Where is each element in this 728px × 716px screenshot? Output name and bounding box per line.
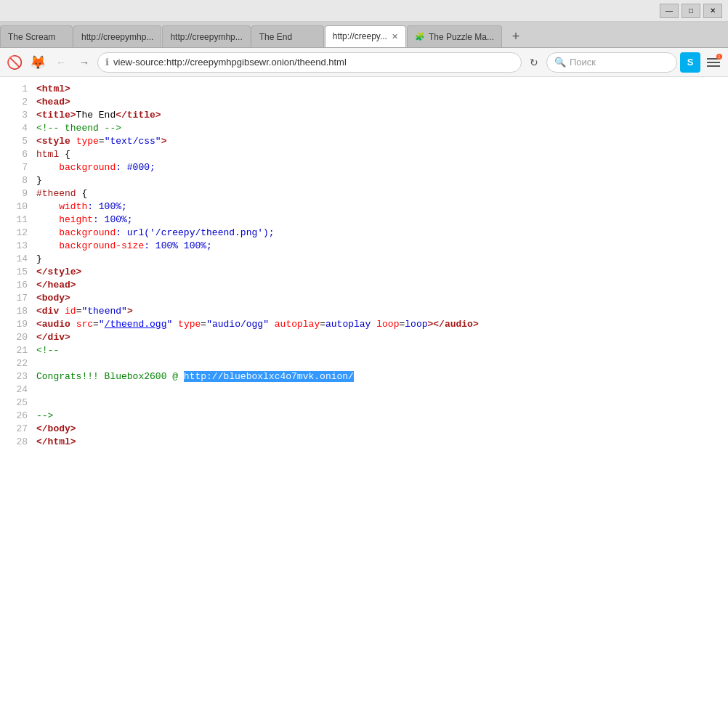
reload-button[interactable]: ↻ xyxy=(525,53,543,72)
tab-the-scream[interactable]: The Scream xyxy=(0,25,73,47)
line-text: background-size: 100% 100%; xyxy=(36,240,722,253)
search-bar[interactable]: 🔍 Поиск xyxy=(546,52,677,73)
line-number: 7 xyxy=(6,161,28,174)
source-line: 20</div> xyxy=(0,331,728,344)
tab-puzzle-ma[interactable]: 🧩 The Puzzle Ma... xyxy=(407,25,502,47)
line-number: 3 xyxy=(6,109,28,122)
line-text: <audio src="/theend.ogg" type="audio/ogg… xyxy=(36,318,722,331)
forward-button[interactable]: → xyxy=(74,52,94,73)
source-line: 28</html> xyxy=(0,436,728,449)
source-line: 22 xyxy=(0,357,728,370)
tab-label: http://creepymhp... xyxy=(81,32,153,42)
source-line: 24 xyxy=(0,383,728,396)
source-line: 16</head> xyxy=(0,279,728,292)
source-line: 26--> xyxy=(0,410,728,423)
source-line: 15</style> xyxy=(0,266,728,279)
source-line: 13 background-size: 100% 100%; xyxy=(0,240,728,253)
new-tab-button[interactable]: + xyxy=(506,28,526,45)
tab-label: The Puzzle Ma... xyxy=(429,32,494,42)
info-icon: ℹ xyxy=(105,57,109,68)
source-line: 19<audio src="/theend.ogg" type="audio/o… xyxy=(0,318,728,331)
line-number: 23 xyxy=(6,370,28,383)
line-number: 28 xyxy=(6,436,28,449)
line-text: #theend { xyxy=(36,187,722,200)
line-number: 11 xyxy=(6,213,28,227)
source-line: 8} xyxy=(0,174,728,187)
address-text: view-source:http://creepymhpgibsewr.onio… xyxy=(113,57,514,68)
line-text: height: 100%; xyxy=(36,213,722,227)
tab-favicon: 🧩 xyxy=(415,32,425,41)
tab-close-icon[interactable]: ✕ xyxy=(392,32,398,41)
line-text: </html> xyxy=(36,436,722,449)
line-number: 26 xyxy=(6,410,28,423)
close-button[interactable]: ✕ xyxy=(703,4,722,18)
line-text: background: url('/creepy/theend.png'); xyxy=(36,227,722,240)
menu-button[interactable]: 1 xyxy=(703,52,724,73)
line-number: 21 xyxy=(6,344,28,357)
source-line: 25 xyxy=(0,396,728,410)
line-number: 1 xyxy=(6,83,28,96)
line-text: } xyxy=(36,174,722,187)
source-line: 17<body> xyxy=(0,292,728,305)
tab-bar: The Scream http://creepymhp... http://cr… xyxy=(0,22,728,48)
tab-label: The End xyxy=(259,32,292,42)
line-number: 12 xyxy=(6,227,28,240)
line-text: Congrats!!! Bluebox2600 @ http://bluebox… xyxy=(36,370,722,383)
source-line: 3<title>The End</title> xyxy=(0,109,728,122)
line-text: </style> xyxy=(36,266,722,279)
line-number: 5 xyxy=(6,135,28,148)
minimize-button[interactable]: — xyxy=(660,4,679,18)
line-text: --> xyxy=(36,410,722,423)
line-number: 22 xyxy=(6,357,28,370)
line-number: 20 xyxy=(6,331,28,344)
tab-creepy-1[interactable]: http://creepymhp... xyxy=(73,25,161,47)
source-line: 10 width: 100%; xyxy=(0,200,728,213)
line-number: 4 xyxy=(6,122,28,135)
source-line: 5<style type="text/css"> xyxy=(0,135,728,148)
line-number: 6 xyxy=(6,148,28,161)
line-text: background: #000; xyxy=(36,161,722,174)
line-number: 8 xyxy=(6,174,28,187)
line-text: </body> xyxy=(36,423,722,436)
line-text: <div id="theend"> xyxy=(36,305,722,318)
source-line: 11 height: 100%; xyxy=(0,213,728,227)
no-entry-icon[interactable]: 🚫 xyxy=(4,52,25,73)
line-text: <!-- xyxy=(36,344,722,357)
highlighted-link[interactable]: http://blueboxlxc4o7mvk.onion/ xyxy=(184,371,354,382)
line-number: 14 xyxy=(6,253,28,266)
line-text: <html> xyxy=(36,83,722,96)
line-text: </div> xyxy=(36,331,722,344)
source-line: 4<!-- theend --> xyxy=(0,122,728,135)
maximize-button[interactable]: □ xyxy=(682,4,700,18)
menu-line-2 xyxy=(707,62,720,63)
tab-creepy-active[interactable]: http://creepy... ✕ xyxy=(325,25,406,47)
extensions-icon[interactable]: 🦊 xyxy=(28,52,48,73)
line-number: 10 xyxy=(6,200,28,213)
line-number: 2 xyxy=(6,96,28,109)
line-text: html { xyxy=(36,148,722,161)
title-bar: — □ ✕ xyxy=(0,0,728,22)
line-text: <title>The End</title> xyxy=(36,109,722,122)
line-text: <body> xyxy=(36,292,722,305)
source-line: 6html { xyxy=(0,148,728,161)
source-line: 27</body> xyxy=(0,423,728,436)
line-text: </head> xyxy=(36,279,722,292)
line-number: 15 xyxy=(6,266,28,279)
back-button[interactable]: ← xyxy=(51,52,71,73)
address-bar[interactable]: ℹ view-source:http://creepymhpgibsewr.on… xyxy=(97,52,522,73)
skype-button[interactable]: S xyxy=(680,52,700,73)
line-text: <head> xyxy=(36,96,722,109)
source-line: 1<html> xyxy=(0,83,728,96)
menu-notification-badge: 1 xyxy=(716,54,722,60)
tab-label: http://creepymhp... xyxy=(170,32,242,42)
source-line: 9#theend { xyxy=(0,187,728,200)
line-text: width: 100%; xyxy=(36,200,722,213)
line-number: 16 xyxy=(6,279,28,292)
source-line: 23Congrats!!! Bluebox2600 @ http://blueb… xyxy=(0,370,728,383)
tab-the-end[interactable]: The End xyxy=(251,25,324,47)
line-number: 13 xyxy=(6,240,28,253)
tab-creepy-2[interactable]: http://creepymhp... xyxy=(162,25,250,47)
line-text: <!-- theend --> xyxy=(36,122,722,135)
source-line: 2<head> xyxy=(0,96,728,109)
source-line: 7 background: #000; xyxy=(0,161,728,174)
